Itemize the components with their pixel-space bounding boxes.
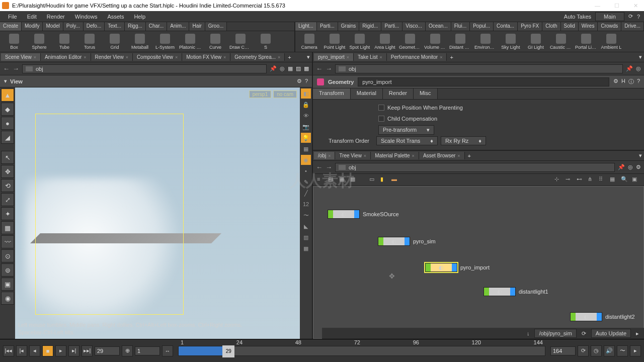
shelf-tab[interactable]: Grains	[338, 22, 359, 31]
shelf-tab[interactable]: Ocean...	[426, 22, 451, 31]
pane-tab[interactable]: Asset Browser ×	[419, 152, 465, 159]
frame-icon[interactable]: ▣	[632, 176, 640, 184]
shelf-tab[interactable]: Create	[0, 22, 22, 31]
shelf-tab[interactable]: Hair	[189, 22, 205, 31]
group-icon[interactable]: ▭	[369, 176, 377, 184]
vp-help-icon[interactable]: ?	[305, 78, 308, 84]
pane-tab[interactable]: Tree View ×	[335, 152, 371, 159]
angle-icon[interactable]: ◣	[301, 221, 311, 231]
shelf-tab[interactable]: Modify	[22, 22, 43, 31]
menu-help[interactable]: Help	[130, 13, 149, 21]
netbox-icon[interactable]: ▬	[391, 176, 399, 184]
menu-windows[interactable]: Windows	[71, 13, 102, 21]
take-dropdown[interactable]: Main	[595, 12, 624, 21]
snap-multi-tool[interactable]: ⊚	[1, 263, 14, 277]
vp-opt-icon[interactable]: ⚙	[297, 78, 302, 84]
material-icon[interactable]: ◉	[301, 155, 311, 165]
shelf-tab[interactable]: Char...	[146, 22, 167, 31]
shelf-tool[interactable]: Volume Light	[423, 33, 447, 51]
pane-tab[interactable]: Motion FX View ×	[182, 53, 230, 61]
last-frame-button[interactable]: ▸▸|	[82, 345, 93, 356]
shelf-tool[interactable]: Distant Light	[448, 33, 472, 51]
axis-tool[interactable]: ✦	[1, 207, 14, 220]
shelf-tab[interactable]: Defo...	[84, 22, 105, 31]
shelf-tool[interactable]: Point Light	[323, 33, 347, 51]
param-tab[interactable]: Material	[351, 88, 383, 99]
play-button[interactable]: ▸	[55, 345, 66, 356]
shelf-tool[interactable]: Sphere	[27, 33, 51, 51]
node-name-field[interactable]: pyro_import	[358, 77, 609, 86]
network-path-field[interactable]: obj	[335, 163, 615, 172]
rotate-tool[interactable]: ⟲	[1, 179, 14, 192]
shelf-tab[interactable]: Model	[43, 22, 63, 31]
align-v-icon[interactable]: ⊷	[577, 176, 585, 184]
camera-icon[interactable]: 📷	[301, 122, 311, 132]
global-opts-icon[interactable]: ▸	[630, 345, 641, 356]
search-icon[interactable]: 🔍	[621, 176, 629, 184]
shelf-tab[interactable]: Solid	[561, 22, 579, 31]
brush-tool[interactable]: ●	[1, 117, 14, 130]
shelf-tool[interactable]: Geometry L...	[398, 33, 422, 51]
timeline-track[interactable]: 124487296120144 29	[178, 346, 545, 356]
shelf-tool[interactable]: Torus	[77, 33, 102, 51]
play-back-button[interactable]: ◂	[29, 345, 40, 356]
dots-icon[interactable]: ⠿	[599, 176, 607, 184]
network-node[interactable]: ◐pyro_sim	[378, 237, 436, 246]
eye-icon[interactable]: 👁	[301, 111, 311, 121]
shelf-tab[interactable]: Conta...	[494, 22, 518, 31]
shelf-tool[interactable]: Environmen...	[473, 33, 498, 51]
range-end-field[interactable]	[550, 346, 576, 355]
refresh-icon[interactable]: ⟳	[582, 330, 586, 337]
layout-icon[interactable]: ⊹	[554, 176, 562, 184]
shelf-tab[interactable]: Rigg...	[125, 22, 146, 31]
move-tool[interactable]: ✥	[1, 165, 14, 178]
snap-curve-tool[interactable]: 〰	[1, 235, 14, 248]
grid2-icon[interactable]: ▦	[610, 176, 618, 184]
sheet-icon[interactable]: ▤	[328, 176, 336, 184]
table-icon[interactable]: ▦	[339, 176, 347, 184]
scene-path-field[interactable]: obj	[22, 64, 267, 73]
shelf-tool[interactable]: L-System	[153, 33, 177, 51]
line-icon[interactable]: ╱	[301, 188, 311, 198]
net-fwd-icon[interactable]: →	[326, 163, 332, 171]
shelf-tab[interactable]: Parti...	[381, 22, 403, 31]
prev-frame-button[interactable]: |◂	[16, 345, 27, 356]
shelf-tab[interactable]: Light...	[295, 22, 317, 31]
info-icon[interactable]: ⓘ	[628, 78, 634, 85]
shelf-tool[interactable]: Box	[2, 33, 26, 51]
shelf-tab[interactable]: Wires	[579, 22, 598, 31]
audio-icon[interactable]: 🔊	[604, 345, 615, 356]
pane-tab[interactable]: Performance Monitor ×	[387, 53, 447, 61]
network-node[interactable]: ◐SmokeSOurce	[328, 210, 399, 219]
stop-button[interactable]: ■	[42, 345, 53, 356]
menu-file[interactable]: File	[4, 13, 21, 21]
menu-render[interactable]: Render	[43, 13, 69, 21]
pane-tab[interactable]: Scene View ×	[1, 53, 41, 61]
net-pin-icon[interactable]: 📌	[618, 164, 625, 170]
bg-icon[interactable]: ▦	[301, 144, 311, 154]
shelf-tab[interactable]: Flui...	[451, 22, 470, 31]
shelf-tab[interactable]: Text...	[105, 22, 125, 31]
pretransform-dropdown[interactable]: Pre-transform▾	[378, 125, 434, 135]
param-target-icon[interactable]: ◎	[636, 65, 641, 72]
view-menu-icon[interactable]: ▾	[4, 78, 7, 84]
arrow-tool[interactable]: ↖	[1, 151, 14, 164]
shelf-tool[interactable]: Ambient L	[599, 33, 623, 51]
network-node[interactable]: ◐pyro_import	[425, 263, 490, 272]
tree-icon[interactable]: ⋔	[588, 176, 596, 184]
region-tool[interactable]: ◢	[1, 131, 14, 144]
shelf-tab[interactable]: Anim...	[167, 22, 189, 31]
current-frame-field[interactable]	[95, 346, 120, 355]
shelf-tool[interactable]: Camera	[297, 33, 321, 51]
network-node[interactable]: ◐distantlight2	[570, 312, 635, 321]
pane-tab[interactable]: Composite View ×	[133, 53, 182, 61]
param-tab[interactable]: Render	[383, 88, 414, 99]
shelf-tool[interactable]: Grid	[103, 33, 127, 51]
net-gear-icon[interactable]: ⚙	[636, 164, 641, 170]
cook-icon[interactable]: ▸	[636, 330, 639, 337]
shelf-tab[interactable]: Visco...	[403, 22, 426, 31]
realtime-icon[interactable]: ◷	[591, 345, 602, 356]
num-icon[interactable]: 12	[301, 199, 311, 209]
render-region-tool[interactable]: ▣	[1, 278, 14, 291]
snap-grid-tool[interactable]: ▦	[1, 221, 14, 234]
